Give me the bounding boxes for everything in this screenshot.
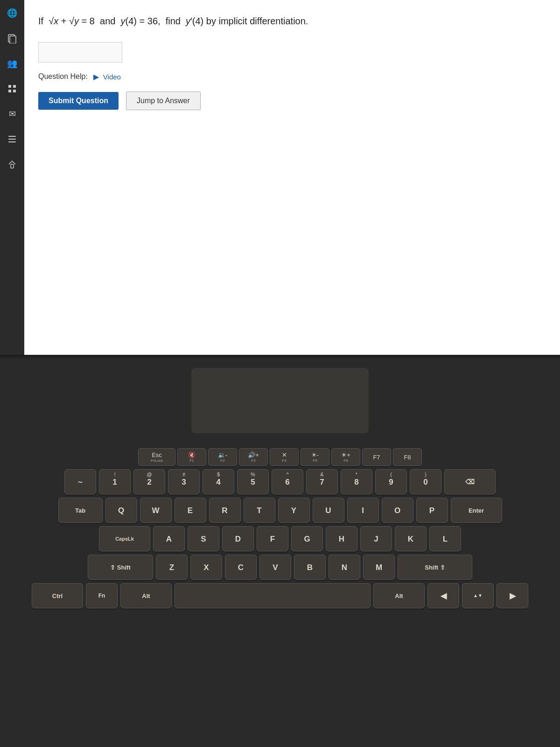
key-space[interactable] — [175, 583, 371, 608]
svg-rect-3 — [13, 85, 16, 88]
key-s[interactable]: S — [188, 526, 219, 551]
key-0[interactable]: ) 0 — [410, 469, 441, 494]
sidebar-grid-icon[interactable] — [4, 80, 21, 97]
key-a[interactable]: A — [153, 526, 185, 551]
key-fn[interactable]: Fn — [86, 583, 118, 608]
key-alt[interactable]: Alt — [120, 583, 172, 608]
f7-icon: F7 — [373, 454, 380, 461]
esc-label: Esc — [152, 451, 162, 458]
key-f6[interactable]: ☀+ F6 — [331, 448, 360, 466]
key-z[interactable]: Z — [156, 555, 188, 580]
key-q[interactable]: Q — [105, 498, 137, 523]
svg-rect-8 — [8, 141, 16, 142]
zxcv-key-row: ⇧ Shift Z X C V B N M Shift ⇧ — [33, 555, 527, 580]
key-arrow-left[interactable]: ◀ — [427, 583, 459, 608]
key-8[interactable]: * 8 — [341, 469, 372, 494]
key-l[interactable]: L — [429, 526, 461, 551]
key-r[interactable]: R — [209, 498, 241, 523]
sidebar-users-icon[interactable]: 👥 — [4, 55, 21, 72]
key-h[interactable]: H — [326, 526, 357, 551]
key-enter[interactable]: Enter — [451, 498, 502, 523]
f8-icon: F8 — [404, 454, 411, 461]
key-ctrl[interactable]: Ctrl — [32, 583, 83, 608]
key-arrow-up-down[interactable]: ▲▼ — [462, 583, 494, 608]
sidebar: 🌐 👥 ✉ — [0, 0, 24, 355]
brightness-up-icon: ☀+ — [341, 451, 350, 458]
key-t[interactable]: T — [244, 498, 275, 523]
key-f7[interactable]: F7 — [362, 448, 391, 466]
vol-down-icon: 🔉- — [218, 451, 227, 458]
key-u[interactable]: U — [313, 498, 344, 523]
jump-to-answer-button[interactable]: Jump to Answer — [126, 92, 201, 110]
key-2[interactable]: @ 2 — [133, 469, 165, 494]
key-6[interactable]: ^ 6 — [272, 469, 303, 494]
key-b[interactable]: B — [294, 555, 326, 580]
question-text: If √x + √y = 8 and y(4) = 36, find y′(4)… — [38, 14, 541, 28]
number-key-row: ~ ! 1 @ 2 # 3 $ 4 % 5 ^ — [33, 469, 527, 494]
key-f5[interactable]: ☀- F5 — [301, 448, 329, 466]
key-5[interactable]: % 5 — [237, 469, 269, 494]
key-x[interactable]: X — [190, 555, 222, 580]
key-c[interactable]: C — [225, 555, 257, 580]
question-help-label: Question Help: — [38, 72, 88, 81]
video-label: Video — [103, 73, 121, 81]
sidebar-list-icon[interactable] — [4, 131, 21, 148]
key-o[interactable]: O — [382, 498, 413, 523]
key-k[interactable]: K — [395, 526, 427, 551]
video-link[interactable]: ▶ Video — [91, 72, 121, 81]
svg-rect-2 — [8, 85, 11, 88]
key-tilde[interactable]: ~ — [64, 469, 96, 494]
keyboard: Esc FnLock 🔇 F1 🔉- F2 🔊+ F3 ✕ F4 ☀- F5 — [23, 444, 537, 621]
svg-rect-9 — [11, 164, 14, 168]
key-backspace[interactable]: ⌫ — [444, 469, 496, 494]
sidebar-globe-icon[interactable]: 🌐 — [4, 5, 21, 21]
svg-rect-6 — [8, 136, 16, 137]
key-d[interactable]: D — [222, 526, 254, 551]
key-4[interactable]: $ 4 — [203, 469, 234, 494]
key-7[interactable]: & 7 — [306, 469, 338, 494]
key-f4[interactable]: ✕ F4 — [270, 448, 299, 466]
key-m[interactable]: M — [363, 555, 395, 580]
key-v[interactable]: V — [259, 555, 291, 580]
key-f[interactable]: F — [257, 526, 288, 551]
key-f8[interactable]: F8 — [393, 448, 422, 466]
play-icon: ▶ — [91, 72, 101, 81]
key-p[interactable]: P — [416, 498, 448, 523]
key-f1[interactable]: 🔇 F1 — [177, 448, 206, 466]
key-capslock[interactable]: CapsLk — [99, 526, 150, 551]
screen-bezel — [0, 355, 560, 359]
key-3[interactable]: # 3 — [168, 469, 200, 494]
key-shift-left[interactable]: ⇧ Shift — [88, 555, 153, 580]
submit-question-button[interactable]: Submit Question — [38, 92, 119, 110]
key-tab[interactable]: Tab — [58, 498, 103, 523]
key-f2[interactable]: 🔉- F2 — [208, 448, 237, 466]
close-icon: ✕ — [282, 451, 287, 458]
key-n[interactable]: N — [329, 555, 360, 580]
key-g[interactable]: G — [291, 526, 323, 551]
key-esc[interactable]: Esc FnLock — [138, 448, 175, 466]
key-arrow-right[interactable]: ▶ — [497, 583, 528, 608]
key-alt-right[interactable]: Alt — [373, 583, 425, 608]
sidebar-copy-icon[interactable] — [4, 30, 21, 47]
key-j[interactable]: J — [360, 526, 392, 551]
fn-key-row: Esc FnLock 🔇 F1 🔉- F2 🔊+ F3 ✕ F4 ☀- F5 — [33, 448, 527, 466]
bottom-key-row: Ctrl Fn Alt Alt ◀ ▲▼ ▶ — [33, 583, 527, 608]
brightness-down-icon: ☀- — [311, 451, 319, 458]
key-shift-right[interactable]: Shift ⇧ — [398, 555, 472, 580]
key-9[interactable]: ( 9 — [375, 469, 407, 494]
svg-rect-5 — [13, 90, 16, 92]
svg-rect-1 — [10, 36, 16, 43]
trackpad[interactable] — [191, 368, 369, 433]
sidebar-envelope-icon[interactable]: ✉ — [4, 106, 21, 122]
key-i[interactable]: I — [347, 498, 379, 523]
key-e[interactable]: E — [175, 498, 206, 523]
fnlock-label: FnLock — [151, 458, 163, 463]
main-content-area: If √x + √y = 8 and y(4) = 36, find y′(4)… — [24, 0, 560, 355]
answer-input[interactable] — [38, 42, 122, 63]
key-1[interactable]: ! 1 — [99, 469, 131, 494]
svg-rect-4 — [8, 90, 11, 92]
sidebar-share-icon[interactable] — [4, 156, 21, 173]
key-y[interactable]: Y — [278, 498, 310, 523]
key-w[interactable]: W — [140, 498, 172, 523]
key-f3[interactable]: 🔊+ F3 — [239, 448, 268, 466]
